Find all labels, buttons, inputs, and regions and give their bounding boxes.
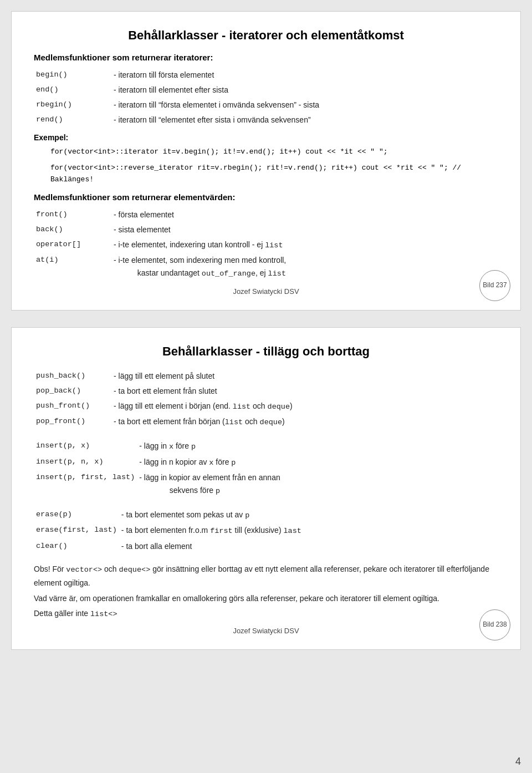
func-name: pop_front() — [34, 414, 111, 430]
slide-2-title: Behållarklasser - tillägg och borttag — [34, 344, 498, 359]
func-desc: - ta bort elementen fr.o.m first till (e… — [119, 523, 498, 538]
func-name: operator[] — [34, 237, 111, 253]
element-func-row: at(i)- i-te elementet, som indexering me… — [34, 253, 498, 281]
func-desc: - lägg in kopior av element från en anna… — [137, 470, 498, 499]
iterator-row: rend()- iteratorn till “elementet efter … — [34, 113, 498, 128]
obs-para-2: Vad värre är, om operationen framkallar … — [34, 592, 498, 606]
func-name: push_back() — [34, 369, 111, 384]
erase-row: erase(p)- ta bort elementet som pekas ut… — [34, 507, 498, 523]
func-desc: - iteratorn till “första elementet i omv… — [111, 98, 498, 113]
insert-row: insert(p, n, x)- lägg in n kopior av x f… — [34, 455, 498, 470]
code-block-2: for(vector<int>::reverse_iterator rit=v.… — [50, 162, 498, 186]
insert-table: insert(p, x)- lägg in x före pinsert(p, … — [34, 439, 498, 499]
insert-row: insert(p, first, last)- lägg in kopior a… — [34, 470, 498, 499]
func-name: rbegin() — [34, 98, 111, 113]
func-name: insert(p, x) — [34, 439, 137, 454]
func-name: back() — [34, 222, 111, 237]
pushpop-row: push_front()- lägg till ett element i bö… — [34, 399, 498, 414]
erase-row: erase(first, last)- ta bort elementen fr… — [34, 523, 498, 538]
badge-2: Bild 238 — [479, 609, 510, 640]
footer-2: Jozef Swiatycki DSV — [34, 627, 498, 635]
pushpop-table: push_back()- lägg till ett element på sl… — [34, 369, 498, 430]
erase-row: clear()- ta bort alla element — [34, 539, 498, 554]
func-name: begin() — [34, 68, 111, 83]
func-name: insert(p, first, last) — [34, 470, 137, 499]
func-name: at(i) — [34, 253, 111, 281]
func-desc: - iteratorn till elementet efter sista — [111, 83, 498, 98]
func-desc: - lägg till ett element i början (end. l… — [111, 399, 498, 414]
func-desc: - i-te elementet, indexering utan kontro… — [111, 237, 498, 253]
func-name: pop_back() — [34, 384, 111, 399]
slide-2: Behållarklasser - tillägg och borttag pu… — [11, 327, 521, 650]
element-func-table: front()- första elementetback()- sista e… — [34, 207, 498, 282]
func-desc: - i-te elementet, som indexering men med… — [111, 253, 498, 281]
func-name: erase(first, last) — [34, 523, 119, 538]
func-desc: - ta bort ett element från början (list … — [111, 414, 498, 430]
obs-para-1: Obs! För vector<> och deque<> gör insätt… — [34, 563, 498, 590]
pushpop-row: push_back()- lägg till ett element på sl… — [34, 369, 498, 384]
func-name: clear() — [34, 539, 119, 554]
badge-1: Bild 237 — [479, 270, 510, 301]
func-desc: - ta bort alla element — [119, 539, 498, 554]
func-name: erase(p) — [34, 507, 119, 523]
func-name: front() — [34, 207, 111, 222]
pushpop-row: pop_front()- ta bort ett element från bö… — [34, 414, 498, 430]
iterator-row: end()- iteratorn till elementet efter si… — [34, 83, 498, 98]
example-label: Exempel: — [34, 133, 68, 142]
func-desc: - första elementet — [111, 207, 498, 222]
func-name: push_front() — [34, 399, 111, 414]
func-desc: - ta bort ett element från slutet — [111, 384, 498, 399]
iterator-table: begin()- iteratorn till första elementet… — [34, 68, 498, 128]
func-name: rend() — [34, 113, 111, 128]
obs-para-3: Detta gäller inte list<> — [34, 607, 498, 621]
slide-1-subtitle2: Medlemsfunktioner som returnerar element… — [34, 192, 498, 202]
iterator-row: rbegin()- iteratorn till “första element… — [34, 98, 498, 113]
insert-row: insert(p, x)- lägg in x före p — [34, 439, 498, 454]
erase-table: erase(p)- ta bort elementet som pekas ut… — [34, 507, 498, 554]
func-desc: - sista elementet — [111, 222, 498, 237]
pushpop-row: pop_back()- ta bort ett element från slu… — [34, 384, 498, 399]
element-func-row: back()- sista elementet — [34, 222, 498, 237]
func-desc: - lägg till ett element på slutet — [111, 369, 498, 384]
func-desc: - lägg in n kopior av x före p — [137, 455, 498, 470]
slide-1: Behållarklasser - iteratorer och element… — [11, 11, 521, 311]
func-name: insert(p, n, x) — [34, 455, 137, 470]
code-block-1: for(vector<int>::iterator it=v.begin(); … — [50, 146, 498, 158]
footer-1: Jozef Swiatycki DSV — [34, 287, 498, 296]
slide-1-title: Behållarklasser - iteratorer och element… — [34, 28, 498, 43]
iterator-row: begin()- iteratorn till första elementet — [34, 68, 498, 83]
element-func-row: front()- första elementet — [34, 207, 498, 222]
obs-text: Obs! För vector<> och deque<> gör insätt… — [34, 563, 498, 621]
slide-1-subtitle: Medlemsfunktioner som returnerar iterato… — [34, 53, 498, 62]
func-desc: - lägg in x före p — [137, 439, 498, 454]
element-func-row: operator[]- i-te elementet, indexering u… — [34, 237, 498, 253]
func-desc: - iteratorn till “elementet efter sista … — [111, 113, 498, 128]
func-desc: - ta bort elementet som pekas ut av p — [119, 507, 498, 523]
func-name: end() — [34, 83, 111, 98]
func-desc: - iteratorn till första elementet — [111, 68, 498, 83]
